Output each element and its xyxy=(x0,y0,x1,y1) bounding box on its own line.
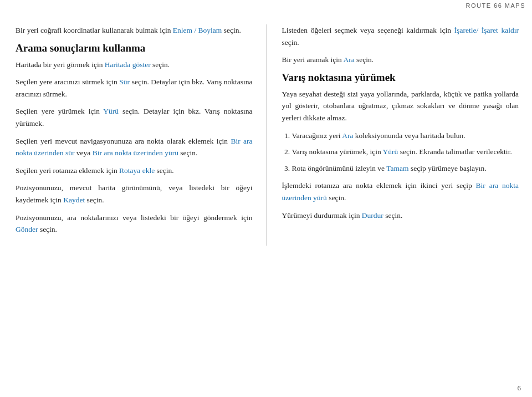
arama-p5-before: Seçilen yeri rotanıza eklemek için xyxy=(16,166,119,175)
intro-right-after: seçin. xyxy=(282,38,299,47)
rotaya-ekle-link[interactable]: Rotaya ekle xyxy=(119,166,155,175)
arama-para4: Seçilen yeri mevcut navigasyonunuza ara … xyxy=(16,135,253,159)
left-column: Bir yeri coğrafi koordinatlar kullanarak… xyxy=(16,24,267,246)
page-number: 6 xyxy=(518,384,521,393)
list2-link[interactable]: Yürü xyxy=(383,147,398,156)
ara-after: seçin. xyxy=(355,55,374,64)
walking-after: seçin. xyxy=(327,194,346,202)
arama-p5-after: seçin. xyxy=(155,166,174,175)
arama-para1: Haritada bir yeri görmek için Haritada g… xyxy=(16,59,253,71)
durdur-link[interactable]: Durdur xyxy=(362,211,383,220)
arama-p1-after: seçin. xyxy=(151,60,170,69)
arama-p1-before: Haritada bir yeri görmek için xyxy=(16,60,105,69)
list-item-3: Rota öngörünümünü izleyin ve Tamam seçip… xyxy=(292,162,519,175)
ara-nokta-yuru-link[interactable]: Bir ara nokta üzerinden yürü xyxy=(93,149,178,157)
list-item-2: Varış noktasına yürümek, için Yürü seçin… xyxy=(292,146,519,158)
right-column: Listeden öğeleri seçmek veya seçeneği ka… xyxy=(267,24,519,246)
section-varis-title: Varış noktasına yürümek xyxy=(282,72,519,84)
ara-link[interactable]: Ara xyxy=(343,55,354,64)
intro-para-right: Listeden öğeleri seçmek veya seçeneği ka… xyxy=(282,24,519,48)
intro-text-before: Bir yeri coğrafi koordinatlar kullanarak… xyxy=(16,26,173,34)
page-header-brand: Route 66 Maps xyxy=(466,2,525,9)
list1-link[interactable]: Ara xyxy=(342,131,353,140)
arama-para6: Pozisyonunuzu, mevcut harita görünümünü,… xyxy=(16,182,253,206)
intro-text-after: seçin. xyxy=(222,26,241,34)
arama-p3-before: Seçilen yere yürümek için xyxy=(16,107,103,115)
arama-para2: Seçilen yere aracınızı sürmek için Sür s… xyxy=(16,76,253,100)
isaretle-link[interactable]: İşaretle/ İşaret kaldır xyxy=(454,26,519,34)
intro-para-left: Bir yeri coğrafi koordinatlar kullanarak… xyxy=(16,24,253,37)
arama-p7-after: seçin. xyxy=(38,225,58,233)
ara-para: Bir yeri aramak için Ara seçin. xyxy=(282,54,519,66)
arama-p6-after: seçin. xyxy=(85,196,104,204)
sur-link[interactable]: Sür xyxy=(119,78,130,86)
arama-para7: Pozisyonunuzu, ara noktalarınızı veya li… xyxy=(16,212,253,236)
content-area: Bir yeri coğrafi koordinatlar kullanarak… xyxy=(0,9,532,268)
arama-p7-before: Pozisyonunuzu, ara noktalarınızı veya li… xyxy=(16,213,253,222)
list-item-1: Varacağınız yeri Ara koleksiyonunda veya… xyxy=(292,130,519,142)
varis-stop-para: Yürümeyi durdurmak için Durdur seçin. xyxy=(282,210,519,222)
arama-para3: Seçilen yere yürümek için Yürü seçin. De… xyxy=(16,105,253,129)
ara-before: Bir yeri aramak için xyxy=(282,55,344,64)
arama-p4-before: Seçilen yeri mevcut navigasyonunuza ara … xyxy=(16,137,231,145)
gonder-link[interactable]: Gönder xyxy=(16,225,38,233)
intro-right-before: Listeden öğeleri seçmek veya seçeneği ka… xyxy=(282,26,454,34)
varis-para1: Yaya seyahat desteği sizi yaya yollarınd… xyxy=(282,88,519,124)
list1-after: koleksiyonunda veya haritada bulun. xyxy=(353,131,465,140)
yuru-link[interactable]: Yürü xyxy=(103,107,119,115)
haritada-goster-link[interactable]: Haritada göster xyxy=(105,60,151,69)
arama-p6-before: Pozisyonunuzu, mevcut harita görünümünü,… xyxy=(16,184,253,204)
arama-p4-middle: veya xyxy=(74,149,92,157)
kaydet-link[interactable]: Kaydet xyxy=(63,196,85,204)
walking-before: İşlemdeki rotanıza ara nokta eklemek içi… xyxy=(282,181,476,190)
arama-para5: Seçilen yeri rotanıza eklemek için Rotay… xyxy=(16,165,253,177)
enlem-boylam-link[interactable]: Enlem / Boylam xyxy=(173,26,222,34)
stop-after: seçin. xyxy=(383,211,403,220)
list3-after: seçip yürümeye başlayın. xyxy=(409,164,487,172)
stop-before: Yürümeyi durdurmak için xyxy=(282,211,362,220)
list2-after: seçin. Ekranda talimatlar verilecektir. xyxy=(398,147,511,156)
section-arama-title: Arama sonuçlarını kullanma xyxy=(16,42,253,54)
varis-list: Varacağınız yeri Ara koleksiyonunda veya… xyxy=(282,130,519,175)
section-varis: Varış noktasına yürümek Yaya seyahat des… xyxy=(282,72,519,221)
list3-before: Rota öngörünümünü izleyin ve xyxy=(292,164,387,172)
varis-walking-para: İşlemdeki rotanıza ara nokta eklemek içi… xyxy=(282,180,519,203)
list2-before: Varış noktasına yürümek, için xyxy=(292,147,383,156)
arama-p4-after: seçin. xyxy=(178,149,198,157)
list3-link[interactable]: Tamam xyxy=(386,164,408,172)
arama-p2-before: Seçilen yere aracınızı sürmek için xyxy=(16,78,119,86)
section-arama: Arama sonuçlarını kullanma Haritada bir … xyxy=(16,42,253,236)
list1-before: Varacağınız yeri xyxy=(292,131,342,140)
